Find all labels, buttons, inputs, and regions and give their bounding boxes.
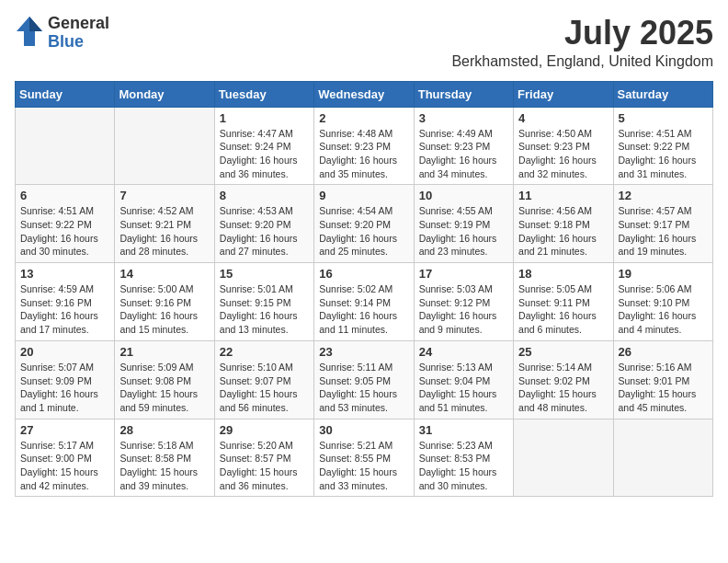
calendar-cell: 16Sunrise: 5:02 AMSunset: 9:14 PMDayligh… bbox=[314, 263, 414, 341]
day-number: 17 bbox=[419, 267, 508, 281]
cell-details: Sunrise: 5:18 AMSunset: 8:58 PMDaylight:… bbox=[119, 439, 209, 493]
calendar-week-row: 13Sunrise: 4:59 AMSunset: 9:16 PMDayligh… bbox=[16, 263, 713, 341]
logo-general: General bbox=[48, 14, 109, 32]
calendar-cell: 13Sunrise: 4:59 AMSunset: 9:16 PMDayligh… bbox=[16, 263, 115, 341]
calendar-cell: 30Sunrise: 5:21 AMSunset: 8:55 PMDayligh… bbox=[314, 419, 414, 497]
cell-details: Sunrise: 4:56 AMSunset: 9:18 PMDaylight:… bbox=[518, 204, 608, 259]
calendar-cell: 9Sunrise: 4:54 AMSunset: 9:20 PMDaylight… bbox=[314, 185, 414, 263]
cell-details: Sunrise: 4:54 AMSunset: 9:20 PMDaylight:… bbox=[319, 204, 408, 259]
calendar-cell: 17Sunrise: 5:03 AMSunset: 9:12 PMDayligh… bbox=[414, 263, 513, 341]
day-number: 25 bbox=[518, 345, 608, 359]
cell-details: Sunrise: 5:17 AMSunset: 9:00 PMDaylight:… bbox=[20, 439, 109, 493]
day-number: 24 bbox=[419, 345, 508, 359]
cell-details: Sunrise: 5:09 AMSunset: 9:08 PMDaylight:… bbox=[119, 361, 209, 415]
calendar-week-row: 27Sunrise: 5:17 AMSunset: 9:00 PMDayligh… bbox=[16, 419, 713, 497]
calendar-cell bbox=[613, 419, 712, 497]
calendar-cell: 10Sunrise: 4:55 AMSunset: 9:19 PMDayligh… bbox=[414, 185, 513, 263]
calendar-cell: 4Sunrise: 4:50 AMSunset: 9:23 PMDaylight… bbox=[514, 107, 613, 185]
cell-details: Sunrise: 4:49 AMSunset: 9:23 PMDaylight:… bbox=[419, 127, 508, 181]
calendar-cell: 6Sunrise: 4:51 AMSunset: 9:22 PMDaylight… bbox=[16, 185, 115, 263]
day-of-week-tuesday: Tuesday bbox=[214, 81, 313, 107]
cell-details: Sunrise: 5:07 AMSunset: 9:09 PMDaylight:… bbox=[20, 361, 109, 415]
day-number: 16 bbox=[319, 267, 408, 281]
cell-details: Sunrise: 5:10 AMSunset: 9:07 PMDaylight:… bbox=[220, 361, 309, 415]
calendar-cell: 1Sunrise: 4:47 AMSunset: 9:24 PMDaylight… bbox=[214, 107, 313, 185]
day-number: 6 bbox=[20, 189, 109, 202]
day-number: 28 bbox=[119, 423, 209, 437]
cell-details: Sunrise: 4:59 AMSunset: 9:16 PMDaylight:… bbox=[20, 282, 109, 337]
day-number: 15 bbox=[220, 267, 309, 281]
day-number: 4 bbox=[518, 111, 608, 125]
cell-details: Sunrise: 4:50 AMSunset: 9:23 PMDaylight:… bbox=[518, 127, 608, 181]
day-number: 22 bbox=[220, 345, 309, 359]
day-number: 20 bbox=[20, 345, 109, 359]
logo-blue: Blue bbox=[48, 32, 84, 51]
day-number: 27 bbox=[20, 423, 109, 437]
calendar-cell: 19Sunrise: 5:06 AMSunset: 9:10 PMDayligh… bbox=[613, 263, 712, 341]
calendar-cell: 21Sunrise: 5:09 AMSunset: 9:08 PMDayligh… bbox=[115, 340, 214, 419]
calendar-cell: 12Sunrise: 4:57 AMSunset: 9:17 PMDayligh… bbox=[613, 185, 712, 263]
cell-details: Sunrise: 4:55 AMSunset: 9:19 PMDaylight:… bbox=[419, 204, 508, 259]
calendar-cell: 29Sunrise: 5:20 AMSunset: 8:57 PMDayligh… bbox=[214, 419, 313, 497]
day-number: 2 bbox=[319, 111, 408, 125]
day-of-week-friday: Friday bbox=[514, 81, 613, 107]
day-number: 19 bbox=[619, 267, 708, 281]
cell-details: Sunrise: 4:53 AMSunset: 9:20 PMDaylight:… bbox=[220, 204, 309, 259]
day-number: 18 bbox=[518, 267, 608, 281]
calendar-header-row: SundayMondayTuesdayWednesdayThursdayFrid… bbox=[16, 81, 713, 107]
day-number: 7 bbox=[119, 189, 209, 202]
cell-details: Sunrise: 4:51 AMSunset: 9:22 PMDaylight:… bbox=[619, 127, 708, 181]
day-number: 3 bbox=[419, 111, 508, 125]
calendar-cell: 27Sunrise: 5:17 AMSunset: 9:00 PMDayligh… bbox=[16, 419, 115, 497]
calendar-table: SundayMondayTuesdayWednesdayThursdayFrid… bbox=[15, 81, 713, 498]
cell-details: Sunrise: 5:06 AMSunset: 9:10 PMDaylight:… bbox=[619, 282, 708, 337]
calendar-cell: 11Sunrise: 4:56 AMSunset: 9:18 PMDayligh… bbox=[514, 185, 613, 263]
calendar-cell: 7Sunrise: 4:52 AMSunset: 9:21 PMDaylight… bbox=[115, 185, 214, 263]
calendar-cell: 20Sunrise: 5:07 AMSunset: 9:09 PMDayligh… bbox=[16, 340, 115, 419]
logo: General Blue bbox=[15, 15, 109, 52]
calendar-cell: 22Sunrise: 5:10 AMSunset: 9:07 PMDayligh… bbox=[214, 340, 313, 419]
calendar-cell: 5Sunrise: 4:51 AMSunset: 9:22 PMDaylight… bbox=[613, 107, 712, 185]
day-number: 11 bbox=[518, 189, 608, 202]
calendar-cell bbox=[16, 107, 115, 185]
day-number: 1 bbox=[220, 111, 309, 125]
calendar-week-row: 1Sunrise: 4:47 AMSunset: 9:24 PMDaylight… bbox=[16, 107, 713, 185]
cell-details: Sunrise: 5:02 AMSunset: 9:14 PMDaylight:… bbox=[319, 282, 408, 337]
cell-details: Sunrise: 5:00 AMSunset: 9:16 PMDaylight:… bbox=[119, 282, 209, 337]
cell-details: Sunrise: 5:23 AMSunset: 8:53 PMDaylight:… bbox=[419, 439, 508, 493]
calendar-cell: 15Sunrise: 5:01 AMSunset: 9:15 PMDayligh… bbox=[214, 263, 313, 341]
location-subtitle: Berkhamsted, England, United Kingdom bbox=[451, 53, 713, 70]
svg-marker-1 bbox=[29, 17, 42, 31]
cell-details: Sunrise: 4:52 AMSunset: 9:21 PMDaylight:… bbox=[119, 204, 209, 259]
calendar-cell: 8Sunrise: 4:53 AMSunset: 9:20 PMDaylight… bbox=[214, 185, 313, 263]
day-number: 23 bbox=[319, 345, 408, 359]
calendar-cell: 14Sunrise: 5:00 AMSunset: 9:16 PMDayligh… bbox=[115, 263, 214, 341]
day-number: 21 bbox=[119, 345, 209, 359]
calendar-cell: 18Sunrise: 5:05 AMSunset: 9:11 PMDayligh… bbox=[514, 263, 613, 341]
calendar-cell: 24Sunrise: 5:13 AMSunset: 9:04 PMDayligh… bbox=[414, 340, 513, 419]
day-number: 13 bbox=[20, 267, 109, 281]
cell-details: Sunrise: 5:01 AMSunset: 9:15 PMDaylight:… bbox=[220, 282, 309, 337]
title-area: July 2025 Berkhamsted, England, United K… bbox=[451, 15, 713, 70]
calendar-week-row: 6Sunrise: 4:51 AMSunset: 9:22 PMDaylight… bbox=[16, 185, 713, 263]
cell-details: Sunrise: 5:16 AMSunset: 9:01 PMDaylight:… bbox=[619, 361, 708, 415]
calendar-cell: 26Sunrise: 5:16 AMSunset: 9:01 PMDayligh… bbox=[613, 340, 712, 419]
logo-icon bbox=[15, 15, 44, 52]
day-number: 30 bbox=[319, 423, 408, 437]
day-number: 5 bbox=[619, 111, 708, 125]
cell-details: Sunrise: 4:48 AMSunset: 9:23 PMDaylight:… bbox=[319, 127, 408, 181]
day-of-week-monday: Monday bbox=[115, 81, 214, 107]
cell-details: Sunrise: 5:03 AMSunset: 9:12 PMDaylight:… bbox=[419, 282, 508, 337]
header: General Blue July 2025 Berkhamsted, Engl… bbox=[15, 15, 713, 70]
cell-details: Sunrise: 5:13 AMSunset: 9:04 PMDaylight:… bbox=[419, 361, 508, 415]
cell-details: Sunrise: 4:57 AMSunset: 9:17 PMDaylight:… bbox=[619, 204, 708, 259]
day-number: 12 bbox=[619, 189, 708, 202]
day-number: 31 bbox=[419, 423, 508, 437]
cell-details: Sunrise: 4:51 AMSunset: 9:22 PMDaylight:… bbox=[20, 204, 109, 259]
day-number: 10 bbox=[419, 189, 508, 202]
cell-details: Sunrise: 5:21 AMSunset: 8:55 PMDaylight:… bbox=[319, 439, 408, 493]
cell-details: Sunrise: 5:05 AMSunset: 9:11 PMDaylight:… bbox=[518, 282, 608, 337]
calendar-cell: 2Sunrise: 4:48 AMSunset: 9:23 PMDaylight… bbox=[314, 107, 414, 185]
calendar-cell: 28Sunrise: 5:18 AMSunset: 8:58 PMDayligh… bbox=[115, 419, 214, 497]
calendar-cell: 3Sunrise: 4:49 AMSunset: 9:23 PMDaylight… bbox=[414, 107, 513, 185]
